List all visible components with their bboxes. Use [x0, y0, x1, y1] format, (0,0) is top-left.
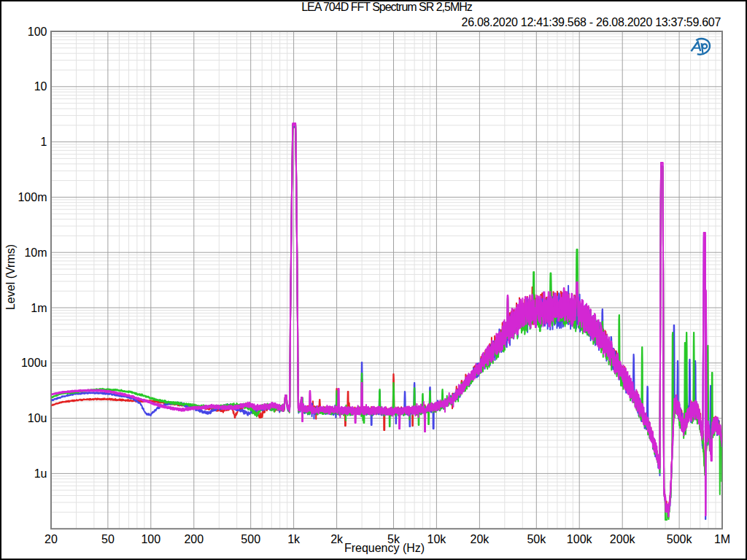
svg-text:Frequency (Hz): Frequency (Hz): [344, 542, 425, 554]
svg-text:50k: 50k: [527, 533, 546, 545]
svg-text:20k: 20k: [471, 533, 490, 545]
svg-text:10k: 10k: [427, 533, 447, 545]
svg-text:100: 100: [28, 26, 47, 38]
svg-text:50: 50: [101, 533, 115, 545]
svg-text:2k: 2k: [330, 533, 344, 545]
svg-text:1: 1: [41, 136, 47, 148]
svg-text:100k: 100k: [567, 533, 593, 545]
svg-text:Level (Vrms): Level (Vrms): [4, 244, 17, 310]
svg-text:1m: 1m: [31, 302, 47, 314]
svg-text:200k: 200k: [610, 533, 636, 545]
svg-text:20: 20: [44, 533, 58, 545]
svg-text:26.08.2020 12:41:39.568 - 26.0: 26.08.2020 12:41:39.568 - 26.08.2020 13:…: [462, 16, 721, 28]
svg-text:500k: 500k: [667, 533, 693, 545]
svg-text:100: 100: [141, 533, 160, 545]
svg-text:500: 500: [241, 533, 260, 545]
svg-text:10u: 10u: [28, 412, 47, 424]
svg-text:10: 10: [34, 80, 47, 93]
svg-text:1M: 1M: [714, 533, 730, 545]
svg-text:100u: 100u: [21, 357, 47, 369]
svg-text:100m: 100m: [18, 191, 47, 203]
svg-text:LEA 704D FFT Spectrum SR 2,5MH: LEA 704D FFT Spectrum SR 2,5MHz: [301, 1, 473, 13]
svg-text:1k: 1k: [287, 533, 301, 545]
svg-text:10m: 10m: [24, 246, 47, 259]
svg-text:1u: 1u: [34, 467, 47, 480]
svg-text:200: 200: [184, 533, 204, 545]
